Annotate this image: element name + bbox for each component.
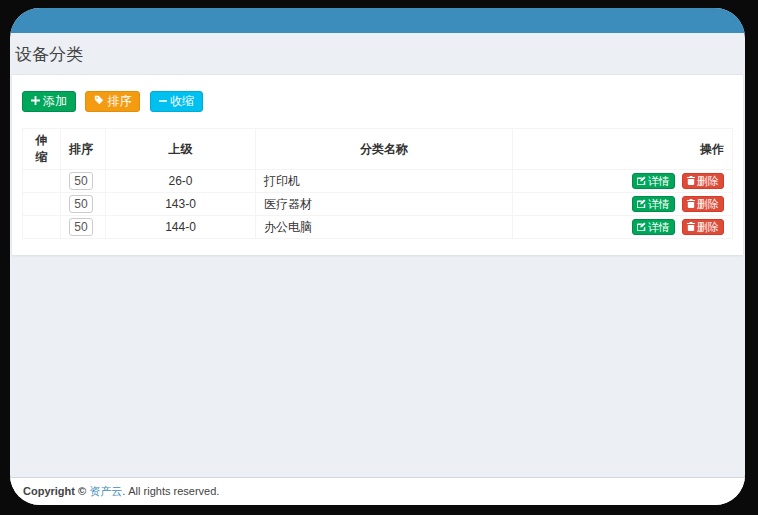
sort-cell	[61, 216, 106, 239]
expand-cell[interactable]	[23, 170, 61, 193]
column-header-name: 分类名称	[256, 129, 513, 170]
delete-button[interactable]: 删除	[682, 219, 724, 235]
edit-icon	[637, 198, 646, 210]
plus-icon	[31, 95, 40, 108]
delete-button-label: 删除	[697, 175, 719, 187]
collapse-button-label: 收缩	[170, 95, 194, 108]
sort-button[interactable]: 排序	[85, 91, 140, 112]
actions-cell: 详情 删除	[513, 216, 733, 239]
minus-icon	[159, 95, 167, 108]
category-table: 伸缩 排序 上级 分类名称 操作 26-0 打印机	[22, 128, 733, 239]
detail-button[interactable]: 详情	[632, 173, 675, 189]
page-title: 设备分类	[15, 43, 745, 66]
footer: Copyright © 资产云. All rights reserved.	[10, 477, 745, 505]
actions-cell: 详情 删除	[513, 170, 733, 193]
content-area: 设备分类 添加 排序	[10, 33, 745, 477]
detail-button-label: 详情	[648, 198, 670, 210]
sort-cell	[61, 193, 106, 216]
delete-button-label: 删除	[697, 221, 719, 233]
trash-icon	[687, 175, 695, 187]
sort-input[interactable]	[69, 195, 93, 213]
collapse-button[interactable]: 收缩	[150, 91, 203, 112]
brand-link[interactable]: 资产云	[89, 485, 122, 497]
sort-cell	[61, 170, 106, 193]
expand-cell[interactable]	[23, 193, 61, 216]
copyright-suffix: . All rights reserved.	[122, 485, 219, 497]
parent-cell: 144-0	[106, 216, 256, 239]
sort-input[interactable]	[69, 218, 93, 236]
tag-icon	[94, 95, 104, 108]
detail-button[interactable]: 详情	[632, 219, 675, 235]
name-cell: 办公电脑	[256, 216, 513, 239]
add-button[interactable]: 添加	[22, 91, 76, 112]
top-navbar	[10, 8, 745, 33]
table-row: 143-0 医疗器材 详情	[23, 193, 733, 216]
app-window: 设备分类 添加 排序	[10, 8, 745, 505]
trash-icon	[687, 198, 695, 210]
edit-icon	[637, 175, 646, 187]
name-cell: 医疗器材	[256, 193, 513, 216]
sort-button-label: 排序	[107, 95, 131, 108]
add-button-label: 添加	[43, 95, 67, 108]
table-row: 144-0 办公电脑 详情	[23, 216, 733, 239]
column-header-sort: 排序	[61, 129, 106, 170]
detail-button[interactable]: 详情	[632, 196, 675, 212]
column-header-parent: 上级	[106, 129, 256, 170]
delete-button[interactable]: 删除	[682, 196, 724, 212]
parent-cell: 143-0	[106, 193, 256, 216]
toolbar: 添加 排序 收缩	[22, 91, 733, 112]
expand-cell[interactable]	[23, 216, 61, 239]
detail-button-label: 详情	[648, 175, 670, 187]
actions-cell: 详情 删除	[513, 193, 733, 216]
table-row: 26-0 打印机 详情	[23, 170, 733, 193]
column-header-expand: 伸缩	[23, 129, 61, 170]
table-header-row: 伸缩 排序 上级 分类名称 操作	[23, 129, 733, 170]
delete-button-label: 删除	[697, 198, 719, 210]
detail-button-label: 详情	[648, 221, 670, 233]
column-header-actions: 操作	[513, 129, 733, 170]
delete-button[interactable]: 删除	[682, 173, 724, 189]
category-panel: 添加 排序 收缩 伸缩	[12, 74, 743, 255]
trash-icon	[687, 221, 695, 233]
sort-input[interactable]	[69, 172, 93, 190]
edit-icon	[637, 221, 646, 233]
copyright-text: Copyright ©	[23, 485, 89, 497]
parent-cell: 26-0	[106, 170, 256, 193]
name-cell: 打印机	[256, 170, 513, 193]
